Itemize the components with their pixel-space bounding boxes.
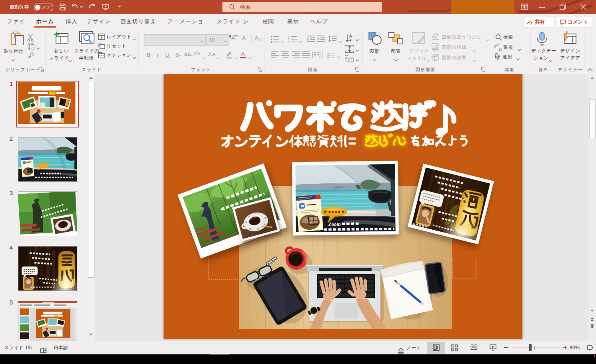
svg-text:2: 2 <box>288 38 290 41</box>
svg-text:A: A <box>349 34 352 38</box>
svg-text:c: c <box>499 47 501 52</box>
svg-text:b: b <box>496 43 499 47</box>
svg-text:3: 3 <box>288 41 290 43</box>
svg-text:Zoom: Zoom <box>328 221 341 227</box>
svg-text:1: 1 <box>288 35 290 38</box>
